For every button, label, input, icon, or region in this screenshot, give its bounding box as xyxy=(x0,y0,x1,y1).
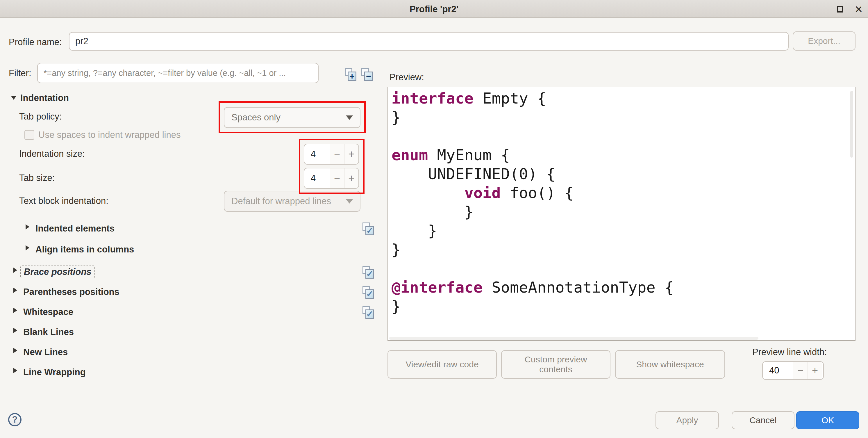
chevron-down-icon xyxy=(346,199,353,204)
preview-line-width-decrement[interactable]: − xyxy=(793,362,808,379)
text-block-indentation-label: Text block indentation: xyxy=(19,196,108,206)
maximize-button[interactable] xyxy=(835,4,845,14)
parentheses-positions-expander-icon[interactable] xyxy=(13,288,17,293)
horizontal-scrollbar[interactable] xyxy=(389,337,758,340)
export-button[interactable]: Export... xyxy=(793,31,856,51)
highlight-size-spinners xyxy=(299,139,365,194)
tree-item-indented-elements[interactable]: Indented elements xyxy=(35,223,115,234)
expand-all-icon[interactable]: + xyxy=(345,68,356,81)
show-whitespace-button[interactable]: Show whitespace xyxy=(615,350,725,379)
preview-line-width-label: Preview line width: xyxy=(752,347,827,357)
whitespace-expander-icon[interactable] xyxy=(13,308,17,313)
vertical-scrollbar[interactable] xyxy=(850,91,853,158)
tab-policy-label: Tab policy: xyxy=(19,111,62,122)
window-title: Profile 'pr2' xyxy=(0,4,868,14)
tree-item-whitespace[interactable]: Whitespace xyxy=(23,307,73,317)
profile-dialog: { "window": { "title": "Profile 'pr2'" }… xyxy=(0,0,868,438)
tree-item-new-lines[interactable]: New Lines xyxy=(23,347,68,357)
indented-elements-expander-icon[interactable] xyxy=(26,224,29,230)
section-indentation[interactable]: Indentation xyxy=(20,93,69,103)
preview-code-area[interactable]: interface Empty {}enum MyEnum { UNDEFINE… xyxy=(388,87,856,341)
preview-line-width-stepper[interactable]: 40 − + xyxy=(762,361,824,380)
collapse-all-icon[interactable]: − xyxy=(361,68,373,81)
align-items-expander-icon[interactable] xyxy=(26,245,29,251)
titlebar: Profile 'pr2' ✕ xyxy=(0,0,868,18)
tree-item-parentheses-positions[interactable]: Parentheses positions xyxy=(23,287,120,297)
close-icon: ✕ xyxy=(855,4,863,14)
filter-label: Filter: xyxy=(9,68,31,79)
cancel-button[interactable]: Cancel xyxy=(732,411,795,429)
maximize-icon xyxy=(837,6,843,12)
blank-lines-expander-icon[interactable] xyxy=(13,328,17,333)
preview-code: interface Empty {}enum MyEnum { UNDEFINE… xyxy=(392,89,849,341)
tab-size-label: Tab size: xyxy=(19,173,55,183)
brace-positions-expander-icon[interactable] xyxy=(13,268,17,273)
brace-positions-check-icon[interactable]: ✓ xyxy=(363,266,374,279)
use-spaces-checkbox[interactable] xyxy=(24,130,34,140)
view-edit-raw-code-button[interactable]: View/edit raw code xyxy=(388,350,497,379)
profile-name-input[interactable] xyxy=(69,32,788,51)
apply-button[interactable]: Apply xyxy=(655,411,719,429)
ok-button[interactable]: OK xyxy=(796,411,859,429)
indentation-size-label: Indentation size: xyxy=(19,149,85,159)
help-button[interactable]: ? xyxy=(8,413,22,426)
tree-item-brace-positions[interactable]: Brace positions xyxy=(20,266,95,278)
preview-label: Preview: xyxy=(390,72,424,83)
whitespace-check-icon[interactable]: ✓ xyxy=(363,306,374,319)
use-spaces-label: Use spaces to indent wrapped lines xyxy=(38,130,181,140)
tree-item-align-items[interactable]: Align items in columns xyxy=(35,244,134,255)
preview-line-width-value[interactable]: 40 xyxy=(763,362,793,379)
text-block-indentation-value: Default for wrapped lines xyxy=(231,196,331,206)
new-lines-expander-icon[interactable] xyxy=(13,348,17,353)
tree-item-blank-lines[interactable]: Blank Lines xyxy=(23,327,74,338)
profile-name-label: Profile name: xyxy=(9,37,62,48)
parentheses-positions-check-icon[interactable]: ✓ xyxy=(363,286,374,299)
line-wrapping-expander-icon[interactable] xyxy=(13,368,17,373)
indented-elements-check-icon[interactable]: ✓ xyxy=(363,223,374,235)
close-button[interactable]: ✕ xyxy=(854,4,864,14)
indentation-expander-icon[interactable] xyxy=(11,96,16,100)
custom-preview-contents-button[interactable]: Custom preview contents xyxy=(501,350,611,379)
filter-input[interactable] xyxy=(37,63,319,83)
preview-line-width-increment[interactable]: + xyxy=(808,362,822,379)
highlight-tab-policy xyxy=(219,101,366,133)
tree-item-line-wrapping[interactable]: Line Wrapping xyxy=(23,367,86,378)
